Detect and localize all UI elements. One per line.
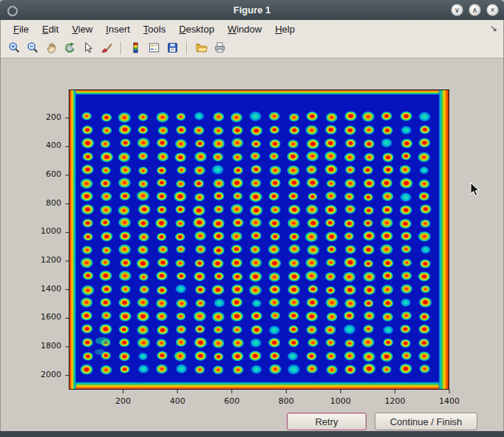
menu-edit[interactable]: Edit: [35, 22, 65, 36]
continue-finish-button[interactable]: Continue / Finish: [375, 413, 477, 430]
window-bottom-border: [0, 431, 504, 437]
legend-icon: [148, 41, 160, 54]
y-tick-label: 400: [17, 140, 61, 150]
x-tick-label: 600: [214, 396, 250, 406]
x-tick-label: 1400: [432, 396, 467, 406]
toolbar-rotate-3d-button[interactable]: [61, 39, 78, 56]
window-controls: ∨∧×: [451, 4, 499, 16]
titlebar[interactable]: Figure 1 ∨∧×: [0, 0, 504, 20]
x-tick-label: 1200: [377, 396, 412, 406]
y-tick-label: 600: [17, 169, 61, 179]
toolbar-pan-button[interactable]: [43, 39, 60, 56]
heatmap-smudge: [95, 337, 110, 345]
y-tick-label: 2000: [17, 370, 61, 379]
minimize-button[interactable]: ∨: [451, 4, 463, 16]
x-tick-label: 1000: [323, 396, 358, 406]
x-tick-label: 400: [160, 396, 195, 406]
y-tick-label: 1400: [17, 284, 61, 294]
heatmap-smudge: [95, 349, 105, 355]
open-folder-icon: [195, 41, 208, 54]
menu-window[interactable]: Window: [221, 22, 268, 36]
close-button[interactable]: ×: [486, 4, 499, 16]
toolbar: [1, 38, 503, 58]
x-tick-label: 200: [106, 396, 141, 406]
y-tick-label: 800: [17, 198, 61, 208]
y-tick-label: 1000: [17, 226, 61, 236]
menu-tools[interactable]: Tools: [137, 22, 172, 36]
y-tick-label: 1200: [17, 255, 61, 265]
maximize-button[interactable]: ∧: [469, 4, 481, 16]
menu-insert[interactable]: Insert: [99, 22, 137, 36]
toolbar-zoom-in-button[interactable]: [6, 39, 23, 56]
y-tick-label: 1600: [17, 312, 61, 322]
toolbar-save-button[interactable]: [164, 39, 181, 56]
y-tick-label: 200: [17, 112, 61, 122]
rotate-3d-icon: [64, 41, 76, 54]
zoom-out-icon: [27, 41, 39, 54]
retry-button[interactable]: Retry: [287, 413, 367, 430]
window-menu-icon[interactable]: [7, 6, 18, 16]
toolbar-print-button[interactable]: [211, 39, 228, 56]
toolbar-separator: [120, 41, 122, 55]
zoom-in-icon: [8, 41, 21, 54]
toolbar-data-cursor-button[interactable]: [80, 39, 97, 56]
print-icon: [214, 41, 226, 54]
menu-items: FileEditViewInsertToolsDesktopWindowHelp: [7, 22, 302, 36]
menubar: FileEditViewInsertToolsDesktopWindowHelp: [1, 20, 503, 38]
toolbar-open-folder-button[interactable]: [193, 39, 210, 56]
figure-canvas: Retry Continue / Finish 2004006008001000…: [1, 58, 503, 431]
figure-axes[interactable]: [64, 87, 454, 399]
toolbar-brush-button[interactable]: [98, 39, 115, 56]
data-cursor-icon: [82, 41, 95, 54]
menu-help[interactable]: Help: [268, 22, 302, 36]
save-icon: [166, 41, 179, 54]
toolbar-legend-button[interactable]: [146, 39, 163, 56]
window-title: Figure 1: [234, 4, 271, 16]
menu-view[interactable]: View: [65, 22, 99, 36]
figure-window: Figure 1 ∨∧× FileEditViewInsertToolsDesk…: [0, 0, 504, 437]
menu-overflow-icon[interactable]: ↘: [490, 23, 497, 33]
pan-icon: [45, 41, 58, 54]
menu-file[interactable]: File: [7, 22, 35, 36]
y-tick-label: 1800: [17, 341, 61, 350]
toolbar-zoom-out-button[interactable]: [24, 39, 41, 56]
toolbar-colorbar-button[interactable]: [127, 39, 144, 56]
x-tick-label: 800: [268, 396, 304, 406]
toolbar-separator: [186, 41, 188, 55]
colorbar-icon: [129, 41, 142, 54]
menu-desktop[interactable]: Desktop: [172, 22, 221, 36]
heatmap-image: [69, 89, 449, 390]
brush-icon: [101, 41, 113, 54]
